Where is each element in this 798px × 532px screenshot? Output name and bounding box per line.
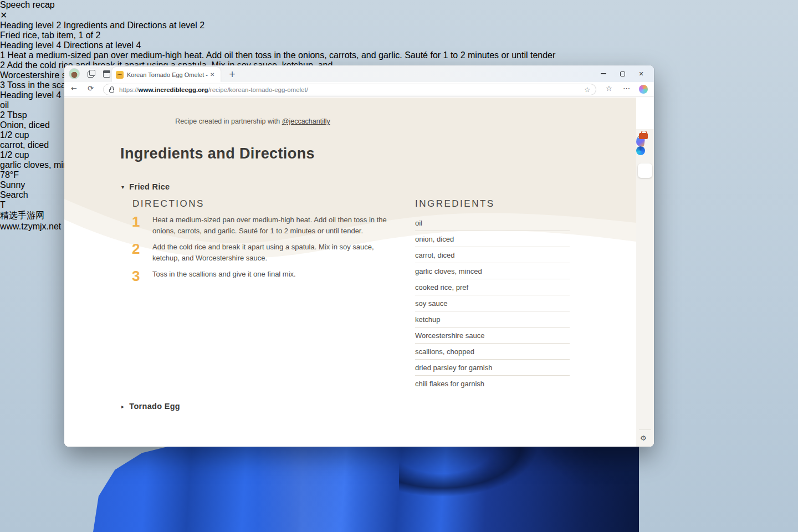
transcript-line: 1 Heat a medium-sized pan over medium-hi… — [0, 50, 798, 60]
ingredients-heading: INGREDIENTS — [415, 198, 495, 209]
tab-strip: Korean Tornado Egg Omelet - A ✕ + ✕ — [64, 65, 654, 82]
transcript-line: Fried rice, tab item, 1 of 2 — [0, 30, 798, 40]
minimize-button[interactable] — [594, 65, 613, 82]
direction-step: 2 Add the cold rice and break it apart u… — [132, 242, 398, 263]
sidebar-shopping-icon[interactable] — [636, 138, 654, 146]
url-text[interactable]: https://www.incredibleegg.org/recipe/kor… — [119, 86, 308, 93]
url-scheme: https:// — [119, 86, 139, 93]
browser-tab[interactable]: Korean Tornado Egg Omelet - A ✕ — [112, 67, 221, 82]
direction-step: 3 Toss in the scallions and give it one … — [132, 269, 398, 283]
favorite-this-page-icon[interactable]: ☆ — [584, 86, 590, 94]
tornado-egg-label: Tornado Egg — [129, 402, 180, 411]
step-text: Add the cold rice and break it apart usi… — [152, 242, 398, 263]
tab-title: Korean Tornado Egg Omelet - A — [127, 71, 209, 78]
sidebar-m365-icon[interactable] — [636, 146, 654, 155]
wallpaper-bloom — [93, 438, 639, 532]
sidebar-divider — [639, 429, 651, 430]
ingredient-item: oil — [415, 215, 570, 231]
partner-link[interactable]: @jeccachantilly — [282, 117, 330, 125]
chevron-right-icon: ▸ — [121, 403, 124, 410]
browser-window: Korean Tornado Egg Omelet - A ✕ + ✕ ← ⟳ … — [64, 65, 654, 447]
ingredient-item: carrot, diced — [415, 247, 570, 263]
step-number: 1 — [132, 214, 143, 236]
url-domain: www.incredibleegg.org — [139, 86, 208, 93]
ingredient-item: garlic cloves, minced — [415, 263, 570, 279]
desktop: Korean Tornado Egg Omelet - A ✕ + ✕ ← ⟳ … — [0, 0, 798, 532]
copilot-icon[interactable] — [639, 85, 648, 94]
step-number: 3 — [132, 269, 143, 283]
spoken-word-highlight: garlic — [0, 160, 21, 170]
ingredient-item: scallions, chopped — [415, 344, 570, 360]
speech-recap-title: Speech recap — [0, 0, 798, 10]
sidebar-settings-gear-icon[interactable]: ⚙ — [640, 434, 647, 442]
close-button[interactable]: ✕ — [632, 65, 651, 82]
directions-heading: DIRECTIONS — [132, 198, 204, 209]
profile-avatar[interactable] — [69, 68, 80, 79]
address-bar[interactable]: https://www.incredibleegg.org/recipe/kor… — [103, 84, 596, 95]
ingredient-item: ketchup — [415, 311, 570, 328]
favorites-icon[interactable]: ☆ — [606, 84, 612, 93]
tab-close-icon[interactable]: ✕ — [210, 71, 214, 78]
page-title: Ingredients and Directions — [120, 145, 315, 162]
partner-text: Recipe created in partnership with — [175, 117, 282, 125]
ingredient-item: cooked rice, pref — [415, 279, 570, 295]
wallpaper-fold — [519, 438, 639, 532]
fried-rice-label: Fried Rice — [129, 182, 170, 191]
chevron-down-icon: ▾ — [121, 184, 124, 190]
refresh-icon[interactable]: ⟳ — [88, 84, 94, 93]
site-favicon-icon — [116, 71, 124, 79]
back-icon[interactable]: ← — [71, 84, 77, 93]
step-text: Toss in the scallions and give it one fi… — [152, 269, 398, 283]
ingredient-item: onion, diced — [415, 231, 570, 247]
ingredients-list: oil onion, diced carrot, diced garlic cl… — [415, 215, 570, 392]
transcript-line: Heading level 4 Directions at level 4 — [0, 40, 798, 50]
lock-icon[interactable] — [109, 89, 114, 93]
window-controls: ✕ — [594, 65, 651, 82]
browser-toolbar: ← ⟳ https://www.incredibleegg.org/recipe… — [64, 82, 654, 97]
edge-sidebar: ⚙ — [636, 129, 654, 447]
ingredient-item: chili flakes for garnish — [415, 376, 570, 392]
tornado-egg-accordion[interactable]: ▸ Tornado Egg — [121, 402, 180, 411]
speech-recap-titlebar[interactable]: Speech recap ✕ — [0, 0, 798, 21]
maximize-button[interactable] — [613, 65, 632, 82]
close-button[interactable]: ✕ — [0, 10, 798, 21]
more-menu-icon[interactable]: ⋯ — [623, 84, 630, 93]
url-path: /recipe/korean-tornado-egg-omelet/ — [208, 86, 308, 93]
step-text: Heat a medium-sized pan over medium-high… — [152, 214, 398, 236]
ingredient-item: dried parsley for garnish — [415, 360, 570, 376]
step-number: 2 — [132, 242, 143, 263]
tab-actions-icon[interactable] — [86, 69, 95, 78]
watermark-url: www.tzymjx.net — [0, 222, 61, 231]
workspaces-icon[interactable] — [102, 69, 111, 78]
speech-window-controls: ✕ — [0, 10, 798, 21]
fried-rice-accordion[interactable]: ▾ Fried Rice — [121, 182, 170, 191]
partner-note: Recipe created in partnership with @jecc… — [64, 117, 441, 125]
ingredient-item: Worcestershire sauce — [415, 328, 570, 344]
page-content: Recipe created in partnership with @jecc… — [64, 98, 654, 447]
ingredient-item: soy sauce — [415, 295, 570, 311]
transcript-line: Heading level 2 Ingredients and Directio… — [0, 21, 798, 30]
new-tab-button[interactable]: + — [227, 69, 237, 79]
direction-step: 1 Heat a medium-sized pan over medium-hi… — [132, 214, 398, 236]
sidebar-tools-active-bg — [638, 163, 652, 178]
wallpaper-fold — [257, 438, 355, 532]
